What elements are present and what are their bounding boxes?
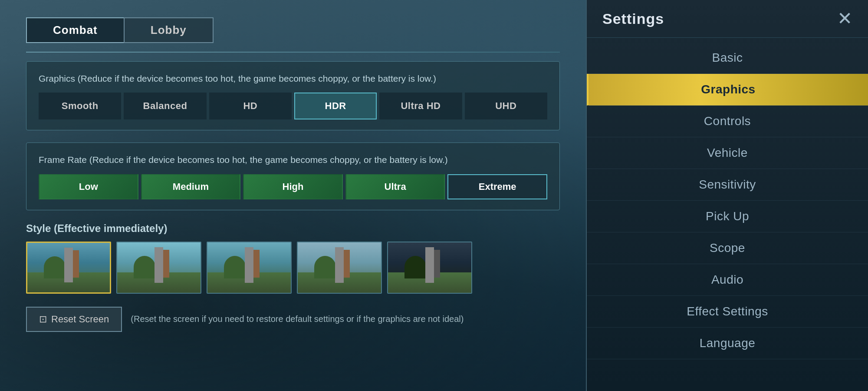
framerate-low[interactable]: Low: [39, 174, 138, 199]
sidebar-item-audio[interactable]: Audio: [587, 264, 868, 296]
reset-icon: ⊡: [39, 314, 47, 325]
quality-balanced[interactable]: Balanced: [124, 93, 206, 119]
reset-screen-button[interactable]: ⊡ Reset Screen: [26, 307, 122, 332]
style-thumb-5[interactable]: [387, 242, 472, 294]
quality-hdr[interactable]: HDR: [294, 93, 377, 119]
framerate-high[interactable]: High: [243, 174, 343, 199]
sidebar-item-vehicle[interactable]: Vehicle: [587, 137, 868, 169]
bottom-bar: ⊡ Reset Screen (Reset the screen if you …: [26, 307, 560, 332]
sidebar: Settings ✕ Basic Graphics Controls Vehic…: [586, 0, 868, 391]
close-button[interactable]: ✕: [837, 10, 852, 28]
sidebar-item-scope[interactable]: Scope: [587, 232, 868, 264]
sidebar-nav: Basic Graphics Controls Vehicle Sensitiv…: [587, 38, 868, 364]
graphics-quality-card: Graphics (Reduce if the device becomes t…: [26, 61, 560, 130]
thumb-tower-1: [73, 250, 79, 278]
thumb-tower-4: [344, 250, 350, 278]
framerate-ultra[interactable]: Ultra: [345, 174, 445, 199]
style-thumbnails: [26, 242, 560, 294]
thumb-tree-3: [224, 256, 246, 278]
reset-button-label: Reset Screen: [51, 314, 109, 325]
main-panel: Combat Lobby Graphics (Reduce if the dev…: [0, 0, 586, 391]
reset-note: (Reset the screen if you need to restore…: [131, 314, 464, 324]
graphics-label: Graphics (Reduce if the device becomes t…: [39, 72, 547, 85]
quality-row: Smooth Balanced HD HDR Ultra HD UHD: [39, 93, 547, 119]
style-thumb-2[interactable]: [116, 242, 201, 294]
quality-hd[interactable]: HD: [209, 93, 292, 119]
tab-row: Combat Lobby: [26, 17, 560, 43]
framerate-label: Frame Rate (Reduce if the device becomes…: [39, 153, 547, 166]
framerate-medium[interactable]: Medium: [141, 174, 241, 199]
framerate-row: Low Medium High Ultra Extreme: [39, 174, 547, 199]
sidebar-header: Settings ✕: [587, 0, 868, 38]
sidebar-title: Settings: [602, 10, 664, 27]
style-thumb-4[interactable]: [297, 242, 382, 294]
framerate-extreme[interactable]: Extreme: [447, 174, 547, 199]
thumb-tower-5: [434, 250, 440, 278]
style-label: Style (Effective immediately): [26, 222, 560, 235]
sidebar-item-graphics[interactable]: Graphics: [587, 74, 868, 106]
sidebar-item-pickup[interactable]: Pick Up: [587, 201, 868, 232]
thumb-tree-5: [404, 256, 426, 278]
sidebar-item-effect-settings[interactable]: Effect Settings: [587, 296, 868, 328]
sidebar-item-sensitivity[interactable]: Sensitivity: [587, 169, 868, 201]
framerate-card: Frame Rate (Reduce if the device becomes…: [26, 142, 560, 210]
thumb-tree-2: [134, 256, 155, 278]
tab-lobby[interactable]: Lobby: [124, 17, 214, 43]
thumb-tree-1: [44, 256, 66, 278]
sidebar-item-controls[interactable]: Controls: [587, 106, 868, 137]
style-thumb-1[interactable]: [26, 242, 111, 294]
tab-divider: [26, 52, 560, 53]
sidebar-item-basic[interactable]: Basic: [587, 42, 868, 74]
sidebar-item-language[interactable]: Language: [587, 328, 868, 359]
quality-smooth[interactable]: Smooth: [39, 93, 121, 119]
style-section: Style (Effective immediately): [26, 222, 560, 294]
quality-uhd[interactable]: UHD: [465, 93, 547, 119]
tab-combat[interactable]: Combat: [26, 17, 124, 43]
thumb-tree-4: [314, 256, 336, 278]
quality-ultrahd[interactable]: Ultra HD: [379, 93, 462, 119]
thumb-tower-3: [253, 250, 260, 278]
thumb-tower-2: [163, 250, 169, 278]
style-thumb-3[interactable]: [207, 242, 292, 294]
